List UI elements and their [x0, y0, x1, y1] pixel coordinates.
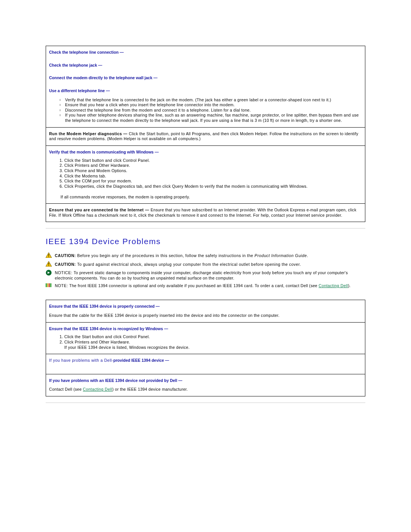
ensure-internet-label: Ensure that you are connected to the Int… — [49, 208, 151, 212]
modem-step: Click the COM port for your modem. — [64, 179, 362, 184]
modem-step: Click Phone and Modem Options. — [64, 168, 362, 174]
ieee-troubleshoot-table: Ensure that the IEEE 1394 device is prop… — [46, 300, 365, 396]
note-label: NOTE: — [55, 283, 69, 288]
steps-footer: If all commands receive responses, the m… — [61, 195, 362, 200]
ieee-cell-4: If you have problems with an IEEE 1394 d… — [46, 374, 365, 396]
contacting-dell-link[interactable]: Contacting Dell — [319, 283, 348, 288]
caution-label: CAUTION: — [55, 262, 77, 267]
ieee-heading: IEEE 1394 Device Problems — [46, 237, 365, 246]
notice-icon — [46, 270, 53, 277]
notice-text: To prevent static damage to components i… — [55, 270, 348, 280]
svg-text:!: ! — [48, 254, 49, 258]
modem-bullet: Verify that the telephone line is connec… — [60, 97, 362, 103]
modem-troubleshoot-table: Check the telephone line connection — Ch… — [46, 46, 365, 222]
ieee-cell4a: Contact Dell (see — [49, 387, 83, 391]
ieee-step: Click Printers and Other Hardware. If yo… — [64, 340, 362, 350]
page-container: Check the telephone line connection — Ch… — [0, 0, 411, 429]
ieee-cell1-text: Ensure that the cable for the IEEE 1394 … — [49, 313, 279, 318]
caution-icon: ! — [46, 252, 53, 259]
modem-step: Click the Modems tab. — [64, 174, 362, 179]
notice-label: NOTICE: — [55, 270, 74, 275]
svg-text:!: ! — [48, 262, 49, 267]
use-diff-label: Use a different telephone line — [49, 88, 105, 93]
modem-bullet: Disconnect the telephone line from the m… — [60, 108, 362, 113]
ieee-cell-2: Ensure that the IEEE 1394 device is reco… — [46, 322, 365, 354]
ieee-cell4-label: If you have problems with an IEEE 1394 d… — [49, 378, 177, 383]
svg-rect-8 — [50, 283, 51, 287]
ieee-step: Click the Start button and click Control… — [64, 334, 362, 340]
caution-row-2: ! CAUTION: To guard against electrical s… — [46, 262, 365, 268]
svg-rect-7 — [49, 283, 50, 287]
ieee-cell3b: provided IEEE 1394 device — [113, 358, 164, 363]
caution-label: CAUTION: — [55, 253, 77, 258]
separator — [46, 403, 365, 403]
verify-comm-label: Verify that the modem is communicating w… — [49, 150, 154, 154]
run-helper-label: Run the Modem Helper diagnostics — — [49, 131, 129, 136]
caution-row-1: ! CAUTION: Before you begin any of the p… — [46, 253, 365, 259]
modem-cell-3: Verify that the modem is communicating w… — [46, 146, 365, 204]
modem-bullet: Ensure that you hear a click when you in… — [60, 102, 362, 108]
modem-cell-1: Check the telephone line connection — Ch… — [46, 46, 365, 128]
modem-bullet: If you have other telephone devices shar… — [60, 113, 362, 123]
ieee-cell-3: If you have problems with a Dell-provide… — [46, 354, 365, 374]
svg-rect-5 — [46, 283, 47, 287]
modem-cell-2: Run the Modem Helper diagnostics — Click… — [46, 127, 365, 145]
ieee-steps: Click the Start button and click Control… — [49, 334, 362, 350]
connect-direct-label: Connect the modem directly to the teleph… — [49, 75, 152, 80]
modem-steps: Click the Start button and click Control… — [49, 158, 362, 189]
note-text-a: The front IEEE 1394 connector is optiona… — [69, 283, 319, 288]
svg-rect-6 — [47, 283, 48, 287]
modem-step: Click Printers and Other Hardware. — [64, 163, 362, 168]
contacting-dell-link[interactable]: Contacting Dell — [83, 387, 112, 391]
modem-step: Click Properties, click the Diagnostics … — [64, 184, 362, 189]
notice-row: NOTICE: To prevent static damage to comp… — [46, 270, 365, 281]
modem-bullets: Verify that the telephone line is connec… — [49, 97, 362, 123]
note-row: NOTE: The front IEEE 1394 connector is o… — [46, 283, 365, 289]
ieee-cell1-label: Ensure that the IEEE 1394 device is prop… — [49, 304, 155, 308]
check-line-label: Check the telephone line connection — [49, 50, 119, 54]
ieee-cell2-label: Ensure that the IEEE 1394 device is reco… — [49, 326, 163, 331]
modem-cell-4: Ensure that you are connected to the Int… — [46, 204, 365, 222]
ieee-cell3a: If you have problems with a Dell- — [49, 358, 113, 363]
separator — [46, 228, 365, 228]
caution-icon: ! — [46, 261, 53, 268]
modem-step: Click the Start button and click Control… — [64, 158, 362, 163]
ieee-cell-1: Ensure that the IEEE 1394 device is prop… — [46, 300, 365, 322]
note-icon — [46, 283, 53, 289]
caution2-text: To guard against electrical shock, alway… — [77, 262, 301, 267]
check-jack-label: Check the telephone jack — [49, 63, 97, 67]
ieee-cell4b: ) or the IEEE 1394 device manufacturer. — [112, 387, 188, 391]
